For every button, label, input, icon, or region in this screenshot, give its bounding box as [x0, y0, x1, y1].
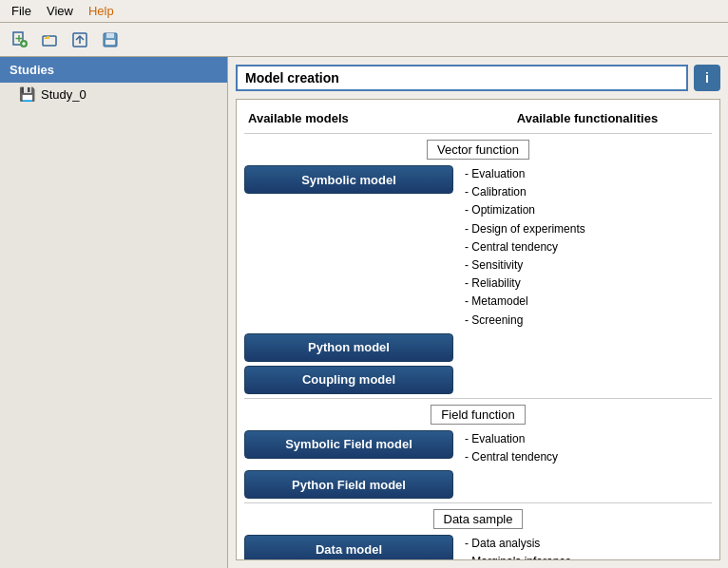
python-field-model-row: Python Field model: [244, 470, 712, 499]
vector-function-label: Vector function: [427, 140, 529, 160]
symbolic-field-model-button[interactable]: Symbolic Field model: [244, 430, 453, 459]
col-available-models: Available models: [244, 111, 463, 125]
svg-rect-10: [106, 33, 114, 38]
field-function-label-row: Field function: [244, 405, 712, 425]
data-model-features: - Data analysis - Marginals inference - …: [453, 535, 712, 560]
menu-file[interactable]: File: [4, 2, 39, 20]
study-icon: 💾: [19, 86, 35, 102]
section-vector-function: Vector function Symbolic model - Evaluat…: [244, 140, 712, 394]
field-function-label: Field function: [431, 405, 525, 425]
info-button[interactable]: i: [694, 65, 720, 91]
symbolic-field-model-row: Symbolic Field model - Evaluation - Cent…: [244, 430, 712, 466]
data-sample-label-row: Data sample: [244, 509, 712, 529]
toolbar: [0, 23, 728, 57]
save-button[interactable]: [97, 27, 124, 53]
title-bar: i: [236, 65, 720, 91]
vector-function-label-row: Vector function: [244, 140, 712, 160]
menu-bar: File View Help: [0, 0, 728, 23]
section-data-sample: Data sample Data model - Data analysis -…: [244, 509, 712, 560]
coupling-model-button[interactable]: Coupling model: [244, 366, 453, 394]
main-layout: Studies 💾 Study_0 i Available models Ava…: [0, 57, 728, 568]
menu-help[interactable]: Help: [81, 2, 122, 20]
model-panel: Available models Available functionaliti…: [236, 99, 720, 560]
sidebar-item-study0[interactable]: 💾 Study_0: [0, 83, 227, 105]
sidebar: Studies 💾 Study_0: [0, 57, 228, 568]
data-sample-label: Data sample: [433, 509, 524, 529]
symbolic-model-features: - Evaluation - Calibration - Optimizatio…: [453, 165, 712, 330]
symbolic-field-model-features: - Evaluation - Central tendency: [453, 430, 712, 466]
new-icon: [10, 31, 28, 48]
data-model-row: Data model - Data analysis - Marginals i…: [244, 535, 712, 560]
col-available-functionalities: Available functionalities: [463, 111, 712, 125]
export-button[interactable]: [67, 27, 93, 53]
svg-rect-11: [105, 40, 115, 45]
data-model-button[interactable]: Data model: [244, 535, 453, 560]
new-button[interactable]: [6, 27, 32, 53]
save-icon: [102, 31, 119, 48]
export-icon: [71, 31, 88, 48]
open-icon: [41, 31, 58, 48]
python-model-button[interactable]: Python model: [244, 333, 453, 362]
python-model-row: Python model: [244, 333, 712, 362]
python-field-model-button[interactable]: Python Field model: [244, 470, 453, 499]
sidebar-header: Studies: [0, 57, 227, 83]
coupling-model-row: Coupling model: [244, 366, 712, 394]
open-button[interactable]: [36, 27, 63, 53]
sidebar-item-label: Study_0: [41, 87, 86, 102]
symbolic-model-row: Symbolic model - Evaluation - Calibratio…: [244, 165, 712, 330]
menu-view[interactable]: View: [39, 2, 81, 20]
divider-2: [244, 502, 712, 503]
divider-1: [244, 398, 712, 399]
panel-header: Available models Available functionaliti…: [244, 107, 712, 134]
model-creation-title[interactable]: [236, 65, 688, 91]
content-area: i Available models Available functionali…: [228, 57, 728, 568]
section-field-function: Field function Symbolic Field model - Ev…: [244, 405, 712, 499]
symbolic-model-button[interactable]: Symbolic model: [244, 165, 453, 194]
